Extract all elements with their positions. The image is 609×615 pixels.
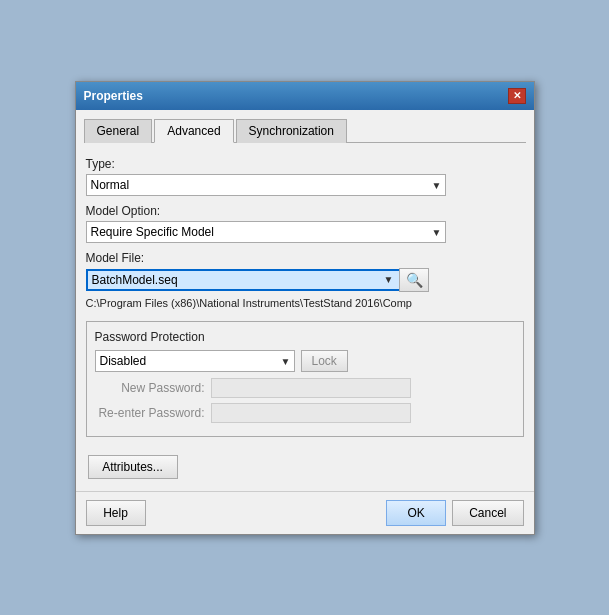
model-option-select[interactable]: Require Specific Model [86,221,446,243]
type-select[interactable]: Normal [86,174,446,196]
lock-button[interactable]: Lock [301,350,348,372]
help-button[interactable]: Help [86,500,146,526]
password-protection-legend: Password Protection [95,330,515,344]
dialog-footer: Help OK Cancel [76,491,534,534]
model-file-row: ▼ 🔍 [86,268,524,292]
browse-button[interactable]: 🔍 [399,268,429,292]
type-field-group: Type: Normal ▼ [86,157,524,196]
password-status-select[interactable]: Disabled [95,350,295,372]
dialog-body: General Advanced Synchronization Type: N… [76,110,534,491]
footer-right: OK Cancel [386,500,523,526]
ok-button[interactable]: OK [386,500,446,526]
dialog-title: Properties [84,89,143,103]
browse-icon: 🔍 [406,272,423,288]
model-option-select-wrapper: Require Specific Model ▼ [86,221,446,243]
model-option-label: Model Option: [86,204,524,218]
reenter-password-input[interactable] [211,403,411,423]
model-file-label: Model File: [86,251,524,265]
model-file-field-group: Model File: ▼ 🔍 C:\Program Files (x86)\N… [86,251,524,309]
properties-dialog: Properties ✕ General Advanced Synchroniz… [75,81,535,535]
type-label: Type: [86,157,524,171]
tab-advanced[interactable]: Advanced [154,119,233,143]
password-protection-group: Password Protection Disabled ▼ Lock New … [86,321,524,437]
title-bar: Properties ✕ [76,82,534,110]
close-button[interactable]: ✕ [508,88,526,104]
tab-content-advanced: Type: Normal ▼ Model Option: Require Spe… [84,153,526,483]
type-select-wrapper: Normal ▼ [86,174,446,196]
reenter-password-row: Re-enter Password: [95,403,515,423]
model-file-input[interactable] [86,269,406,291]
tabs-bar: General Advanced Synchronization [84,118,526,143]
new-password-row: New Password: [95,378,515,398]
attributes-button[interactable]: Attributes... [88,455,178,479]
tab-general[interactable]: General [84,119,153,143]
password-status-select-wrapper: Disabled ▼ [95,350,295,372]
new-password-input[interactable] [211,378,411,398]
cancel-button[interactable]: Cancel [452,500,523,526]
password-status-row: Disabled ▼ Lock [95,350,515,372]
footer-left: Help [86,500,146,526]
model-file-path: C:\Program Files (x86)\National Instrume… [86,297,446,309]
new-password-label: New Password: [95,381,205,395]
model-option-field-group: Model Option: Require Specific Model ▼ [86,204,524,243]
reenter-password-label: Re-enter Password: [95,406,205,420]
tab-synchronization[interactable]: Synchronization [236,119,347,143]
